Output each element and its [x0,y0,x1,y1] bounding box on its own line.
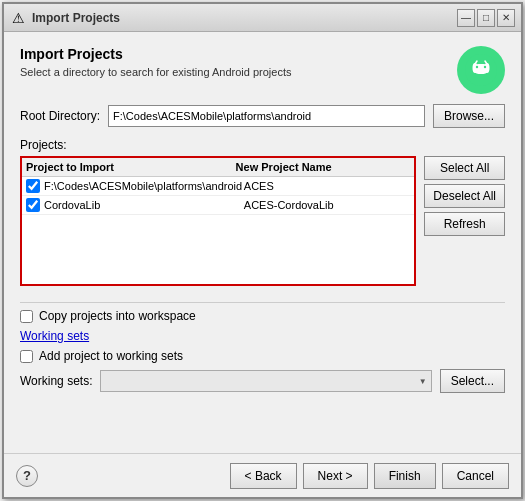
row1-name: ACES [244,180,411,192]
table-row: CordovaLib ACES-CordovaLib [22,196,414,215]
footer-left: ? [16,465,38,487]
add-working-sets-label: Add project to working sets [39,349,183,363]
working-sets-link[interactable]: Working sets [20,329,505,343]
title-icon: ⚠ [10,10,26,26]
add-working-sets-checkbox[interactable] [20,350,33,363]
dialog-title: Import Projects [20,46,291,62]
working-sets-select-button[interactable]: Select... [440,369,505,393]
back-button[interactable]: < Back [230,463,297,489]
android-logo [457,46,505,94]
working-sets-label: Working sets: [20,374,92,388]
header-text: Import Projects Select a directory to se… [20,46,291,78]
window-controls: — □ ✕ [457,9,515,27]
projects-label: Projects: [20,138,505,152]
browse-button[interactable]: Browse... [433,104,505,128]
divider [20,302,505,303]
close-button[interactable]: ✕ [497,9,515,27]
projects-table: Project to Import New Project Name F:\Co… [20,156,416,286]
add-working-sets-row: Add project to working sets [20,349,505,363]
row2-checkbox[interactable] [26,198,40,212]
cancel-button[interactable]: Cancel [442,463,509,489]
deselect-all-button[interactable]: Deselect All [424,184,505,208]
col-name-header: New Project Name [236,161,411,173]
svg-rect-3 [474,64,489,74]
root-directory-row: Root Directory: Browse... [20,104,505,128]
svg-point-4 [476,66,478,68]
next-button[interactable]: Next > [303,463,368,489]
row2-name: ACES-CordovaLib [244,199,411,211]
minimize-button[interactable]: — [457,9,475,27]
col-project-header: Project to Import [26,161,236,173]
title-bar: ⚠ Import Projects — □ ✕ [4,4,521,32]
working-sets-row: Working sets: ▼ Select... [20,369,505,393]
footer: ? < Back Next > Finish Cancel [4,453,521,497]
svg-point-5 [484,66,486,68]
side-buttons: Select All Deselect All Refresh [424,156,505,286]
row1-path: F:\Codes\ACESMobile\platforms\android [44,180,244,192]
refresh-button[interactable]: Refresh [424,212,505,236]
table-header: Project to Import New Project Name [22,158,414,177]
finish-button[interactable]: Finish [374,463,436,489]
root-dir-label: Root Directory: [20,109,100,123]
table-row: F:\Codes\ACESMobile\platforms\android AC… [22,177,414,196]
copy-projects-checkbox[interactable] [20,310,33,323]
copy-projects-label: Copy projects into workspace [39,309,196,323]
projects-area: Project to Import New Project Name F:\Co… [20,156,505,286]
root-dir-input[interactable] [108,105,425,127]
dialog-content: Root Directory: Browse... Projects: Proj… [4,104,521,453]
help-button[interactable]: ? [16,465,38,487]
working-sets-combo[interactable]: ▼ [100,370,431,392]
maximize-button[interactable]: □ [477,9,495,27]
combo-arrow-icon: ▼ [419,377,427,386]
window-title: Import Projects [32,11,457,25]
row1-checkbox[interactable] [26,179,40,193]
footer-buttons: < Back Next > Finish Cancel [230,463,509,489]
import-projects-window: ⚠ Import Projects — □ ✕ Import Projects … [2,2,523,499]
row2-path: CordovaLib [44,199,244,211]
dialog-subtitle: Select a directory to search for existin… [20,66,291,78]
select-all-button[interactable]: Select All [424,156,505,180]
copy-projects-row: Copy projects into workspace [20,309,505,323]
dialog-header: Import Projects Select a directory to se… [4,32,521,104]
